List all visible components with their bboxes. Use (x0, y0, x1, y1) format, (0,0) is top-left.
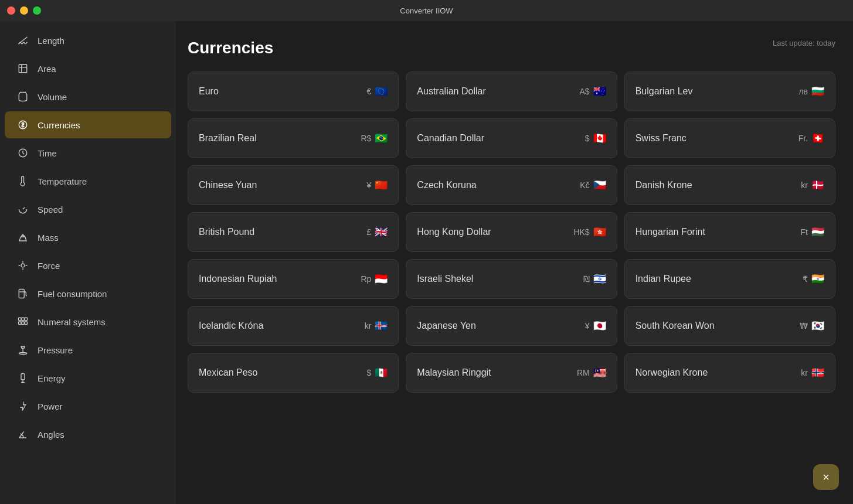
currency-card[interactable]: Norwegian Kronekr🇳🇴 (624, 353, 835, 393)
currency-card[interactable]: Indonesian RupiahRp🇮🇩 (188, 259, 399, 299)
sidebar-item-fuel[interactable]: Fuel consumption (5, 280, 171, 307)
currency-flag: 🇮🇱 (593, 273, 606, 285)
svg-line-2 (21, 42, 22, 44)
sidebar-item-temperature[interactable]: Temperature (5, 168, 171, 195)
currency-card[interactable]: Icelandic Krónakr🇮🇸 (188, 306, 399, 346)
currency-card[interactable]: Japanese Yen¥🇯🇵 (406, 306, 617, 346)
currency-flag: 🇦🇺 (593, 85, 606, 98)
page-title: Currencies (188, 39, 273, 57)
currency-right: $🇨🇦 (585, 132, 606, 145)
currency-right: kr🇩🇰 (801, 179, 824, 192)
currency-right: ₩🇰🇷 (800, 319, 824, 332)
sidebar-item-currencies[interactable]: Currencies (5, 111, 171, 138)
currency-name: Icelandic Króna (199, 321, 263, 331)
fuel-icon (16, 287, 29, 300)
currency-card[interactable]: Canadian Dollar$🇨🇦 (406, 118, 617, 158)
currency-right: kr🇮🇸 (365, 319, 388, 332)
currency-flag: 🇪🇺 (375, 85, 388, 98)
currency-card[interactable]: South Korean Won₩🇰🇷 (624, 306, 835, 346)
currency-name: Bulgarian Lev (635, 86, 693, 97)
currency-card[interactable]: Bulgarian Levлв🇧🇬 (624, 71, 835, 111)
minimize-button[interactable] (20, 6, 28, 15)
sidebar-item-label: Energy (38, 373, 66, 383)
currency-card[interactable]: British Pound£🇬🇧 (188, 212, 399, 252)
sidebar-item-label: Temperature (38, 176, 87, 186)
sidebar-item-force[interactable]: Force (5, 252, 171, 279)
currency-symbol: kr (801, 181, 808, 190)
close-button[interactable] (7, 6, 15, 15)
currency-card[interactable]: Australian DollarA$🇦🇺 (406, 71, 617, 111)
sidebar-item-pressure[interactable]: Pressure (5, 336, 171, 363)
currency-card[interactable]: Hungarian ForintFt🇭🇺 (624, 212, 835, 252)
currency-symbol: HK$ (573, 227, 589, 237)
sidebar-item-energy[interactable]: Energy (5, 365, 171, 391)
currency-name: Danish Krone (635, 180, 692, 190)
currency-symbol: Ft (801, 227, 808, 237)
currency-symbol: A$ (580, 87, 590, 96)
page-header: Currencies Last update: today (188, 39, 835, 57)
currency-card[interactable]: Euro€🇪🇺 (188, 71, 399, 111)
currency-right: R$🇧🇷 (361, 132, 388, 145)
numeral-icon (16, 315, 29, 328)
app-body: LengthAreaVolumeCurrenciesTimeTemperatur… (0, 21, 853, 504)
app-title: Converter IIOW (400, 6, 453, 15)
currency-card[interactable]: Malaysian RinggitRM🇲🇾 (406, 353, 617, 393)
currency-right: Rp🇮🇩 (361, 273, 388, 285)
close-fab[interactable]: × (813, 464, 839, 490)
svg-rect-25 (25, 322, 28, 325)
currency-card[interactable]: Indian Rupee₹🇮🇳 (624, 259, 835, 299)
energy-icon (16, 372, 29, 384)
svg-line-5 (26, 42, 28, 44)
sidebar-item-power[interactable]: Power (5, 393, 171, 420)
power-icon (16, 400, 29, 413)
currency-card[interactable]: Brazilian RealR$🇧🇷 (188, 118, 399, 158)
currency-flag: 🇮🇸 (375, 319, 388, 332)
currency-symbol: ¥ (367, 181, 372, 190)
svg-rect-21 (22, 318, 25, 321)
currency-flag: 🇮🇩 (375, 273, 388, 285)
currency-card[interactable]: Danish Kronekr🇩🇰 (624, 165, 835, 205)
sidebar-item-area[interactable]: Area (5, 55, 171, 82)
currency-flag: 🇲🇾 (593, 366, 606, 379)
svg-point-13 (21, 264, 25, 267)
window-controls (7, 6, 41, 15)
svg-rect-28 (21, 374, 25, 380)
sidebar-item-label: Pressure (38, 345, 73, 355)
sidebar-item-time[interactable]: Time (5, 139, 171, 166)
sidebar-item-speed[interactable]: Speed (5, 196, 171, 223)
sidebar-item-angles[interactable]: Angles (5, 421, 171, 448)
sidebar-item-length[interactable]: Length (5, 27, 171, 54)
sidebar-item-label: Time (38, 148, 57, 158)
currency-card[interactable]: Swiss FrancFr.🇨🇭 (624, 118, 835, 158)
currency-name: Israeli Shekel (417, 274, 473, 284)
currency-flag: 🇭🇰 (593, 226, 606, 239)
sidebar-item-label: Length (38, 36, 64, 46)
sidebar-item-volume[interactable]: Volume (5, 83, 171, 110)
sidebar-item-mass[interactable]: Mass (5, 224, 171, 251)
currency-card[interactable]: Chinese Yuan¥🇨🇳 (188, 165, 399, 205)
angles-icon (16, 428, 29, 441)
svg-rect-18 (19, 290, 24, 298)
currency-symbol: ₹ (803, 274, 808, 284)
currency-flag: 🇩🇰 (811, 179, 824, 192)
currency-flag: 🇨🇦 (593, 132, 606, 145)
sidebar-item-label: Speed (38, 205, 63, 214)
currency-card[interactable]: Hong Kong DollarHK$🇭🇰 (406, 212, 617, 252)
currency-right: €🇪🇺 (367, 85, 388, 98)
currency-symbol: £ (367, 227, 372, 237)
currency-card[interactable]: Israeli Shekel₪🇮🇱 (406, 259, 617, 299)
maximize-button[interactable] (33, 6, 41, 15)
currency-card[interactable]: Czech KorunaKč🇨🇿 (406, 165, 617, 205)
currency-name: Hungarian Forint (635, 227, 705, 237)
currency-symbol: € (367, 87, 372, 96)
svg-rect-24 (22, 322, 25, 325)
sidebar-item-numeral[interactable]: Numeral systems (5, 308, 171, 335)
currency-card[interactable]: Mexican Peso$🇲🇽 (188, 353, 399, 393)
currency-flag: 🇬🇧 (375, 226, 388, 239)
currency-name: South Korean Won (635, 321, 715, 331)
currency-right: Ft🇭🇺 (801, 226, 824, 239)
currency-right: Fr.🇨🇭 (798, 132, 824, 145)
currency-symbol: kr (365, 321, 372, 331)
svg-line-3 (22, 42, 24, 44)
currency-name: Indonesian Rupiah (199, 274, 277, 284)
